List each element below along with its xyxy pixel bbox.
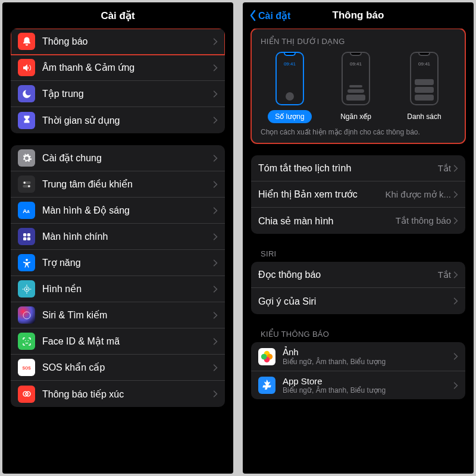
row-label: Trợ năng [42,257,213,268]
siri-icon [18,306,35,324]
chevron-right-icon [213,116,218,124]
header: Cài đặt Thông báo [243,2,474,29]
chevron-right-icon [213,233,218,241]
chevron-right-icon [453,297,458,305]
chevron-right-icon [213,206,218,215]
chevron-right-icon [213,364,218,372]
row-label: Cài đặt chung [42,152,213,164]
option-label: Số lượng [268,110,311,123]
svg-point-10 [26,258,28,261]
back-label: Cài đặt [258,10,290,21]
back-button[interactable]: Cài đặt [249,10,290,21]
settings-group-2: Cài đặt chung Trung tâm điều khiển AA Mà… [11,145,225,407]
svg-rect-6 [23,233,26,236]
setting-row[interactable]: Gợi ý của Siri [251,288,465,314]
chevron-right-icon [213,64,218,72]
wallpaper-icon [18,280,35,298]
app-text: App Store Biểu ngữ, Âm thanh, Biểu tượng [283,376,453,394]
app-sub: Biểu ngữ, Âm thanh, Biểu tượng [283,386,453,394]
row-label: Đọc thông báo [258,269,438,280]
svg-point-15 [27,340,29,341]
chevron-right-icon [453,381,458,390]
row-label: Tóm tắt theo lịch trình [258,162,438,174]
svg-point-1 [23,181,25,183]
chevron-right-icon [453,217,458,225]
settings-row-sos[interactable]: SOS SOS khẩn cấp [11,355,225,381]
preview-time: 09:41 [418,61,430,67]
phone-preview-icon: 09:41 [275,52,304,105]
row-label: Màn hình & Độ sáng [42,205,213,216]
display-as-footer: Chọn cách xuất hiện mặc định cho các thô… [257,128,459,136]
display-option-count[interactable]: 09:41 Số lượng [268,52,311,123]
chevron-right-icon [213,37,218,46]
row-label: Thông báo tiếp xúc [42,389,213,400]
settings-row-faceid[interactable]: Face ID & Mật mã [11,328,225,355]
switches-icon [18,176,35,193]
exposure-icon [18,386,35,403]
row-value: Tắt thông báo [396,215,451,226]
settings-row-bell[interactable]: Thông báo [11,29,225,55]
moon-icon [18,85,35,102]
row-label: Gợi ý của Siri [258,296,451,307]
sound-icon [18,59,35,76]
option-label: Ngăn xếp [333,110,378,123]
photos-icon [258,348,275,365]
svg-rect-8 [23,237,26,240]
settings-row-switches[interactable]: Trung tâm điều khiển [11,171,225,198]
row-label: Hiển thị Bản xem trước [258,189,385,200]
header: Cài đặt [2,2,233,29]
chevron-left-icon [249,10,257,21]
settings-row-moon[interactable]: Tập trung [11,81,225,107]
settings-row-hourglass[interactable]: Thời gian sử dụng [11,107,225,133]
settings-row-exposure[interactable]: Thông báo tiếp xúc [11,381,225,407]
settings-screen: Cài đặt Thông báo Âm thanh & Cảm ứng Tập… [2,2,233,474]
settings-row-accessibility[interactable]: Trợ năng [11,250,225,276]
faceid-icon [18,333,35,350]
style-section-title: KIỂU THÔNG BÁO [251,326,465,342]
chevron-right-icon [213,154,218,162]
settings-row-aa[interactable]: AA Màn hình & Độ sáng [11,198,225,224]
setting-row[interactable]: Chia sẻ màn hình Tắt thông báo [251,208,465,234]
row-label: Trung tâm điều khiển [42,178,213,190]
display-option-stack[interactable]: 09:41 Ngăn xếp [333,52,378,123]
svg-point-24 [261,353,267,359]
notifications-screen: Cài đặt Thông báo HIỂN THỊ DƯỚI DẠNG 09:… [243,2,474,474]
hourglass-icon [18,112,35,129]
display-options: 09:41 Số lượng 09:41 Ngăn xếp 09:41 Danh… [257,52,459,123]
app-notif-group: Ảnh Biểu ngữ, Âm thanh, Biểu tượng App S… [251,342,465,399]
notif-settings-group: Tóm tắt theo lịch trình Tắt Hiển thị Bản… [251,155,465,234]
svg-rect-9 [27,237,30,240]
chevron-right-icon [213,390,218,398]
display-as-section: HIỂN THỊ DƯỚI DẠNG 09:41 Số lượng 09:41 … [251,29,465,143]
row-label: Tập trung [42,88,213,99]
chevron-right-icon [453,190,458,199]
row-label: Siri & Tìm kiếm [42,309,213,321]
app-row-photos[interactable]: Ảnh Biểu ngữ, Âm thanh, Biểu tượng [251,342,465,371]
svg-text:A: A [23,207,27,214]
display-as-title: HIỂN THỊ DƯỚI DẠNG [257,37,459,52]
bell-icon [18,33,35,50]
settings-row-siri[interactable]: Siri & Tìm kiếm [11,302,225,328]
aa-icon: AA [18,202,35,219]
svg-text:SOS: SOS [22,366,31,370]
page-title: Cài đặt [101,10,134,22]
setting-row[interactable]: Đọc thông báo Tắt [251,262,465,288]
svg-point-3 [28,185,30,187]
setting-row[interactable]: Tóm tắt theo lịch trình Tắt [251,155,465,181]
app-name: Ảnh [283,347,453,358]
siri-group: Đọc thông báo Tắt Gợi ý của Siri [251,262,465,314]
setting-row[interactable]: Hiển thị Bản xem trước Khi được mở k... [251,181,465,208]
row-label: Màn hình chính [42,231,213,242]
appstore-icon [258,377,275,394]
preview-time: 09:41 [284,61,296,67]
row-label: Hình nền [42,283,213,295]
display-option-list[interactable]: 09:41 Danh sách [400,52,448,123]
settings-row-gear[interactable]: Cài đặt chung [11,145,225,171]
app-text: Ảnh Biểu ngữ, Âm thanh, Biểu tượng [283,347,453,366]
settings-row-wallpaper[interactable]: Hình nền [11,276,225,302]
settings-row-sound[interactable]: Âm thanh & Cảm ứng [11,55,225,81]
accessibility-icon [18,254,35,271]
row-value: Tắt [438,270,451,280]
app-row-appstore[interactable]: App Store Biểu ngữ, Âm thanh, Biểu tượng [251,371,465,399]
settings-row-homeapps[interactable]: Màn hình chính [11,224,225,250]
